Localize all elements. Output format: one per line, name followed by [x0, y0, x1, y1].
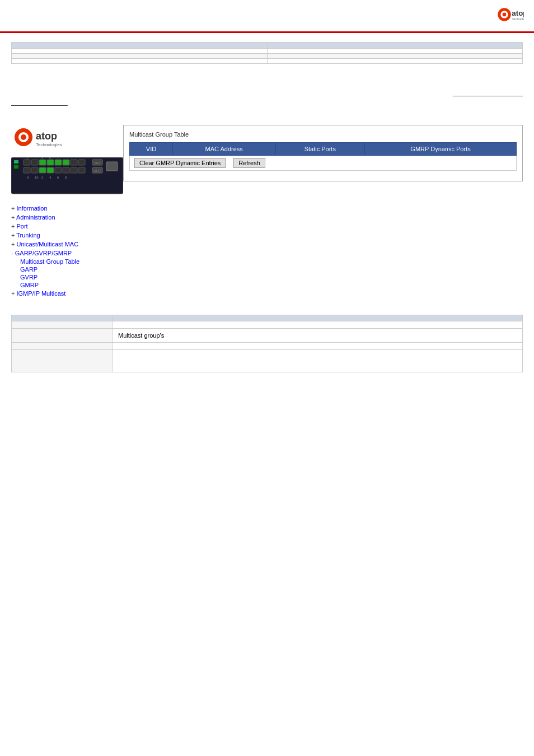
svg-rect-23 [39, 167, 46, 173]
table-row [12, 59, 523, 64]
nav-item-garp-gvrp-gmrp[interactable]: GARP/GVRP/GMRP [11, 249, 112, 258]
nav-link-garp-gvrp-gmrp[interactable]: GARP/GVRP/GMRP [15, 250, 72, 256]
nav-link-trunking[interactable]: Trunking [16, 232, 40, 239]
svg-rect-17 [55, 160, 62, 165]
bottom-table-value: Multicast group's [113, 328, 523, 342]
col-gmrp-dynamic-ports: GMRP Dynamic Ports [365, 142, 517, 155]
nav-sub-link-multicast-group-table[interactable]: Multicast Group Table [20, 258, 79, 265]
bottom-table-label [12, 342, 113, 349]
svg-text:3: 3 [41, 157, 43, 160]
table-row-buttons: Clear GMRP Dynamic Entries Refresh [130, 155, 517, 170]
bottom-table-label [12, 349, 113, 372]
nav-sub-item-garp[interactable]: GARP [20, 265, 112, 273]
bottom-table-value [113, 342, 523, 349]
svg-rect-18 [63, 160, 69, 165]
multicast-group-table-panel: Multicast Group Table VID MAC Address St… [123, 125, 523, 181]
bottom-table-header-col1 [12, 315, 113, 321]
svg-rect-15 [39, 160, 46, 165]
svg-text:10: 10 [35, 176, 39, 179]
middle-text-line2 [11, 88, 523, 99]
svg-rect-22 [31, 167, 38, 173]
nav-item-trunking[interactable]: Trunking [11, 231, 112, 240]
nav-sub-link-gvrp[interactable]: GVRP [20, 274, 38, 281]
nav-item-unicast-multicast[interactable]: Unicast/Multicast MAC [11, 240, 112, 249]
nav-link-port[interactable]: Port [16, 223, 27, 230]
table-row [12, 321, 523, 328]
top-info-table [11, 42, 523, 64]
clear-gmrp-button[interactable]: Clear GMRP Dynamic Entries [134, 158, 226, 168]
svg-rect-25 [55, 167, 62, 173]
svg-text:atop: atop [36, 130, 57, 142]
svg-text:5: 5 [49, 157, 51, 160]
svg-rect-27 [71, 167, 77, 173]
svg-rect-13 [24, 160, 30, 165]
svg-point-2 [503, 13, 507, 17]
bottom-info-table: Multicast group's [11, 315, 523, 372]
svg-rect-21 [24, 167, 30, 173]
svg-text:SFP: SFP [94, 161, 101, 165]
col-mac-address: MAC Address [172, 142, 275, 155]
atop-logo-icon: atop Technologies [496, 4, 524, 27]
svg-text:Technologies: Technologies [512, 17, 524, 21]
bottom-section: Multicast group's [0, 304, 534, 384]
bottom-table-label [12, 328, 113, 342]
bottom-table-label [12, 321, 113, 328]
top-table-cell [12, 49, 268, 54]
top-table-header-col1 [12, 43, 268, 49]
device-image: 9 10 2 4 6 8 1 3 5 7 SFP SFP [11, 157, 112, 198]
svg-text:SFP: SFP [94, 169, 101, 172]
svg-rect-28 [78, 167, 85, 173]
bottom-table-header-col2 [113, 315, 523, 321]
button-row: Clear GMRP Dynamic Entries Refresh [134, 158, 512, 168]
multicast-data-table: VID MAC Address Static Ports GMRP Dynami… [129, 142, 517, 171]
bottom-table-value [113, 321, 523, 328]
switch-image-svg: 9 10 2 4 6 8 1 3 5 7 SFP SFP [11, 157, 123, 197]
col-static-ports: Static Ports [275, 142, 365, 155]
table-row [12, 49, 523, 54]
col-vid: VID [130, 142, 173, 155]
svg-rect-14 [31, 160, 38, 165]
middle-text-line3 [11, 98, 523, 108]
middle-section [0, 73, 534, 119]
svg-rect-19 [71, 160, 77, 165]
nav-item-information[interactable]: Information [11, 204, 112, 213]
panel-title: Multicast Group Table [129, 131, 517, 138]
nav-item-igmp-multicast[interactable]: IGMP/IP Multicast [11, 289, 112, 298]
svg-rect-26 [63, 167, 69, 173]
top-table-cell [12, 54, 268, 59]
svg-rect-12 [14, 165, 18, 169]
svg-text:7: 7 [57, 157, 59, 160]
nav-sub-item-multicast-group-table[interactable]: Multicast Group Table [20, 258, 112, 265]
top-table-cell [267, 59, 523, 64]
nav-link-unicast-multicast[interactable]: Unicast/Multicast MAC [16, 241, 78, 248]
svg-text:atop: atop [512, 9, 524, 17]
device-logo: atop Technologies [11, 125, 112, 152]
left-panel: atop Technologies [11, 125, 112, 298]
device-logo-svg: atop Technologies [11, 125, 90, 150]
nav-link-information[interactable]: Information [16, 205, 47, 212]
svg-text:Technologies: Technologies [36, 142, 62, 147]
header-logo: atop Technologies [496, 4, 525, 27]
svg-point-7 [21, 134, 26, 140]
table-row [12, 349, 523, 372]
refresh-button[interactable]: Refresh [233, 158, 265, 168]
top-table-cell [12, 59, 268, 64]
nav-sub-item-gvrp[interactable]: GVRP [20, 273, 112, 281]
table-row [12, 342, 523, 349]
top-section [0, 33, 534, 73]
svg-rect-11 [14, 160, 18, 164]
nav-link-administration[interactable]: Administration [16, 214, 55, 221]
table-row: Multicast group's [12, 328, 523, 342]
nav-sub-link-garp[interactable]: GARP [20, 266, 38, 273]
nav-link-igmp-multicast[interactable]: IGMP/IP Multicast [16, 290, 65, 297]
table-buttons-cell: Clear GMRP Dynamic Entries Refresh [130, 155, 517, 170]
top-table-header-col2 [267, 43, 523, 49]
middle-text-line1 [11, 78, 523, 88]
nav-item-administration[interactable]: Administration [11, 213, 112, 222]
main-content: atop Technologies [0, 119, 534, 304]
nav-sub-item-gmrp[interactable]: GMRP [20, 281, 112, 289]
page-header: atop Technologies [0, 0, 534, 33]
nav-item-port[interactable]: Port [11, 222, 112, 231]
svg-rect-24 [47, 167, 54, 173]
nav-sub-link-gmrp[interactable]: GMRP [20, 282, 39, 288]
